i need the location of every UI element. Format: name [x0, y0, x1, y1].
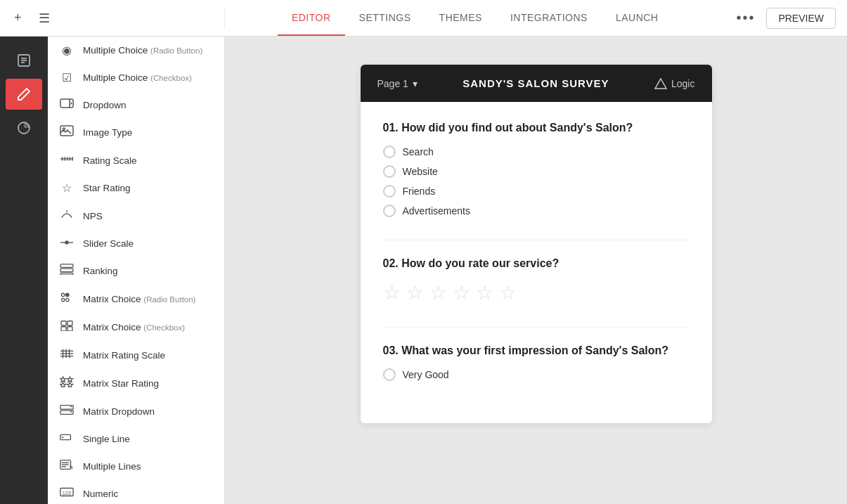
sidebar-item-numeric[interactable]: 123 Numeric — [48, 480, 224, 504]
svg-rect-40 — [60, 411, 73, 414]
sidebar-item-matrix-star-rating[interactable]: Matrix Star Rating — [48, 369, 224, 397]
sidebar-item-image-type[interactable]: Image Type — [48, 118, 224, 146]
preview-button[interactable]: PREVIEW — [766, 8, 836, 29]
sidebar-item-slider-scale[interactable]: Slider Scale — [48, 230, 224, 257]
top-nav-center: EDITOR SETTINGS THEMES INTEGRATIONS LAUN… — [225, 1, 725, 36]
single-line-icon — [59, 432, 75, 445]
svg-rect-19 — [60, 269, 73, 271]
sidebar-item-star-rating[interactable]: ☆ Star Rating — [48, 174, 224, 202]
matrix-radio-icon — [59, 292, 75, 306]
star-icon: ☆ — [59, 181, 75, 195]
option-advertisements[interactable]: Advertisements — [383, 205, 690, 217]
question-1-text: 01. How did you find out about Sandy's S… — [383, 122, 690, 134]
menu-button[interactable]: ☰ — [36, 8, 53, 29]
matrix-checkbox-icon — [59, 320, 75, 334]
svg-point-21 — [61, 293, 64, 296]
sidebar-item-rating-scale[interactable]: Rating Scale — [48, 146, 224, 174]
svg-text:123: 123 — [63, 490, 71, 496]
multiple-lines-icon — [59, 459, 75, 473]
icon-bar — [0, 37, 48, 504]
star-3[interactable]: ☆ — [429, 281, 447, 304]
sidebar-item-single-line[interactable]: Single Line — [48, 425, 224, 452]
add-button[interactable]: + — [11, 8, 25, 28]
top-nav-left: + ☰ — [0, 8, 225, 29]
svg-rect-27 — [61, 327, 66, 331]
sidebar: ◉ Multiple Choice (Radio Button) ☑ Multi… — [48, 37, 225, 504]
radio-friends[interactable] — [383, 185, 396, 198]
tab-settings[interactable]: SETTINGS — [345, 1, 425, 36]
star-6[interactable]: ☆ — [499, 281, 517, 304]
logic-button[interactable]: Logic — [654, 78, 694, 89]
main-layout: ◉ Multiple Choice (Radio Button) ☑ Multi… — [0, 37, 847, 504]
svg-marker-53 — [655, 79, 666, 89]
rating-scale-icon — [59, 153, 75, 167]
sidebar-item-multiple-choice-checkbox[interactable]: ☑ Multiple Choice (Checkbox) — [48, 64, 224, 91]
svg-rect-20 — [60, 273, 73, 275]
svg-rect-25 — [61, 321, 66, 325]
option-very-good[interactable]: Very Good — [383, 368, 690, 381]
more-options[interactable]: ••• — [736, 10, 755, 26]
svg-marker-37 — [60, 382, 66, 387]
nps-icon — [59, 209, 75, 223]
page-selector[interactable]: Page 1 ▾ — [377, 78, 418, 89]
image-icon — [59, 125, 75, 139]
svg-marker-38 — [67, 382, 72, 387]
question-2-text: 02. How do you rate our service? — [383, 257, 690, 270]
svg-point-23 — [61, 298, 64, 301]
sidebar-item-matrix-choice-radio[interactable]: Matrix Choice (Radio Button) — [48, 285, 224, 313]
option-website[interactable]: Website — [383, 165, 690, 178]
sidebar-item-matrix-choice-checkbox[interactable]: Matrix Choice (Checkbox) — [48, 313, 224, 341]
question-3-text: 03. What was your first impression of Sa… — [383, 344, 690, 357]
dropdown-icon — [59, 98, 75, 111]
question-3: 03. What was your first impression of Sa… — [383, 344, 690, 381]
slider-icon — [59, 237, 75, 250]
sidebar-item-multiple-choice-radio[interactable]: ◉ Multiple Choice (Radio Button) — [48, 37, 224, 64]
svg-rect-26 — [67, 321, 72, 325]
radio-button-icon: ◉ — [59, 44, 75, 57]
sidebar-item-nps[interactable]: NPS — [48, 202, 224, 230]
tab-themes[interactable]: THEMES — [425, 1, 496, 36]
radio-advertisements[interactable] — [383, 205, 396, 217]
tab-integrations[interactable]: INTEGRATIONS — [496, 1, 602, 36]
radio-search[interactable] — [383, 146, 396, 158]
divider-1 — [383, 240, 690, 240]
sidebar-item-matrix-rating-scale[interactable]: Matrix Rating Scale — [48, 341, 224, 369]
radio-website[interactable] — [383, 165, 396, 178]
tab-editor[interactable]: EDITOR — [278, 1, 345, 36]
survey-title: SANDY'S SALON SURVEY — [463, 77, 609, 89]
top-nav-right: ••• PREVIEW — [725, 8, 847, 29]
option-friends[interactable]: Friends — [383, 185, 690, 198]
icon-bar-forms[interactable] — [6, 45, 42, 76]
checkbox-icon: ☑ — [59, 71, 75, 84]
radio-very-good[interactable] — [383, 368, 396, 381]
matrix-star-icon — [59, 376, 75, 390]
svg-rect-18 — [60, 264, 73, 267]
tab-launch[interactable]: LAUNCH — [602, 1, 673, 36]
icon-bar-analytics[interactable] — [6, 112, 42, 143]
top-nav: + ☰ EDITOR SETTINGS THEMES INTEGRATIONS … — [0, 0, 847, 37]
survey-card: Page 1 ▾ SANDY'S SALON SURVEY Logic 01. — [361, 65, 712, 423]
sidebar-item-dropdown[interactable]: Dropdown — [48, 91, 224, 118]
content-area: Page 1 ▾ SANDY'S SALON SURVEY Logic 01. — [225, 37, 847, 504]
svg-rect-39 — [60, 406, 73, 409]
divider-2 — [383, 327, 690, 328]
question-1: 01. How did you find out about Sandy's S… — [383, 122, 690, 217]
svg-point-24 — [66, 298, 69, 301]
star-rating-row[interactable]: ☆ ☆ ☆ ☆ ☆ ☆ — [383, 281, 690, 304]
sidebar-item-matrix-dropdown[interactable]: Matrix Dropdown — [48, 397, 224, 425]
ranking-icon — [59, 264, 75, 278]
star-5[interactable]: ☆ — [476, 281, 493, 304]
matrix-rating-icon — [59, 348, 75, 362]
matrix-dropdown-icon — [59, 404, 75, 418]
star-2[interactable]: ☆ — [406, 281, 424, 304]
numeric-icon: 123 — [59, 487, 75, 500]
svg-point-22 — [66, 293, 69, 296]
sidebar-item-multiple-lines[interactable]: Multiple Lines — [48, 452, 224, 480]
sidebar-item-ranking[interactable]: Ranking — [48, 257, 224, 285]
svg-point-17 — [65, 240, 68, 244]
option-search[interactable]: Search — [383, 146, 690, 158]
survey-body: 01. How did you find out about Sandy's S… — [361, 102, 712, 423]
star-4[interactable]: ☆ — [453, 281, 470, 304]
star-1[interactable]: ☆ — [383, 281, 401, 304]
icon-bar-editor[interactable] — [6, 79, 42, 110]
